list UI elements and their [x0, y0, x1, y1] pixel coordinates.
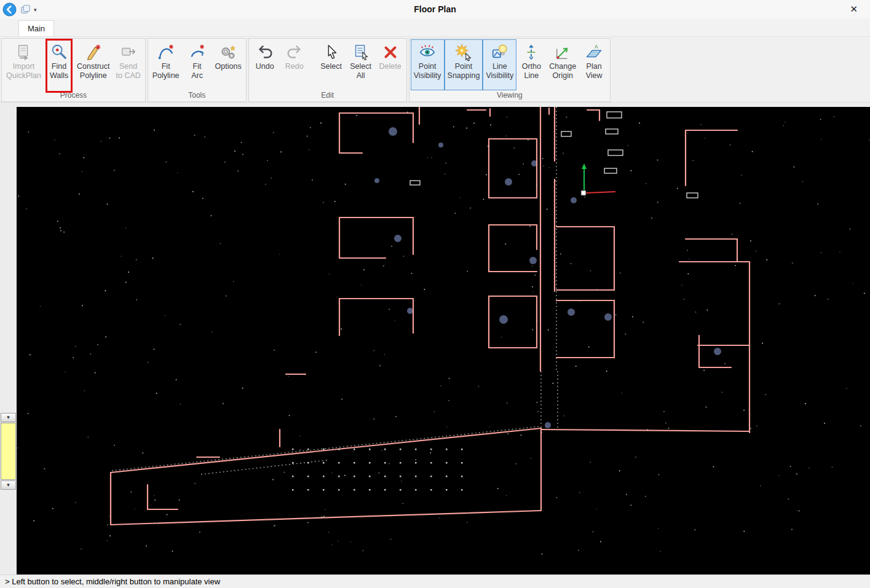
button-label: Construct: [77, 62, 110, 71]
plan-view-icon: A: [584, 42, 604, 62]
delete-icon: [381, 42, 400, 62]
import-quickplan-icon: [14, 42, 33, 62]
ribbon-group-viewing: Point Visibility Point Snapping Line Vis…: [409, 38, 611, 102]
viewport: [17, 103, 870, 574]
button-label: All: [357, 71, 365, 80]
ribbon: Import QuickPlan Find Walls Construct: [0, 37, 870, 103]
close-button[interactable]: ✕: [846, 2, 861, 16]
ortho-line-button[interactable]: Ortho Line: [516, 39, 546, 90]
construct-polyline-icon: [84, 42, 103, 62]
button-label: Snapping: [448, 71, 480, 80]
undo-button[interactable]: Undo: [250, 39, 280, 90]
find-walls-button[interactable]: Find Walls: [44, 39, 74, 90]
status-message: > Left button to select, middle/right bu…: [5, 577, 220, 586]
button-label: Point: [419, 62, 437, 71]
button-label: QuickPlan: [6, 71, 41, 80]
button-label: Delete: [379, 62, 401, 71]
scroll-button-bottom[interactable]: ▼: [1, 480, 16, 490]
line-visibility-icon: [490, 42, 510, 62]
floor-plan-canvas[interactable]: [17, 107, 870, 574]
select-icon: [322, 42, 341, 62]
button-label: Point: [455, 62, 473, 71]
fit-polyline-button[interactable]: Fit Polyline: [149, 39, 183, 90]
button-label: Change: [549, 62, 576, 71]
button-label: Fit: [193, 62, 202, 71]
import-quickplan-button[interactable]: Import QuickPlan: [3, 39, 44, 90]
send-to-cad-button[interactable]: Send to CAD: [113, 39, 143, 90]
change-origin-icon: [553, 42, 572, 62]
button-label: Select: [320, 62, 342, 71]
button-label: Ortho: [522, 62, 541, 71]
point-visibility-button[interactable]: Point Visibility: [411, 39, 445, 90]
button-label: Polyline: [152, 71, 180, 80]
fit-polyline-icon: [156, 42, 176, 62]
select-button[interactable]: Select: [317, 39, 346, 90]
quick-access-dropdown-icon[interactable]: ▾: [34, 6, 37, 13]
button-label: Import: [13, 62, 34, 71]
ribbon-group-label: Edit: [249, 91, 406, 101]
ribbon-group-edit: Undo Redo Select: [248, 38, 407, 102]
ribbon-group-tools: Fit Polyline Fit Arc Options: [148, 38, 247, 102]
construct-polyline-button[interactable]: Construct Polyline: [74, 39, 113, 90]
button-label: Arc: [191, 71, 203, 80]
ribbon-group-label: Tools: [148, 91, 246, 101]
point-snapping-icon: [454, 42, 473, 62]
point-snapping-button[interactable]: Point Snapping: [445, 39, 483, 90]
fit-arc-button[interactable]: Fit Arc: [183, 39, 212, 90]
button-label: Fit: [162, 62, 170, 71]
change-origin-button[interactable]: Change Origin: [546, 39, 579, 90]
app-window: ▾ Floor Plan ✕ Main Import QuickPlan: [0, 0, 870, 588]
scroll-button-top[interactable]: ▼: [1, 413, 16, 422]
left-panel: ▼ ▼: [0, 103, 17, 574]
button-label: Walls: [50, 71, 68, 80]
button-label: Find: [52, 62, 66, 71]
options-button[interactable]: Options: [212, 39, 245, 90]
back-button[interactable]: [2, 2, 17, 17]
plan-view-button[interactable]: A Plan View: [579, 39, 609, 90]
button-label: View: [586, 71, 603, 80]
button-label: Line: [492, 62, 507, 71]
options-icon: [218, 42, 238, 62]
undo-icon: [255, 42, 275, 62]
button-label: Select: [350, 62, 371, 71]
button-label: Options: [215, 62, 242, 71]
button-label: Plan: [587, 62, 602, 71]
send-to-cad-icon: [119, 42, 138, 62]
ortho-line-icon: [521, 42, 541, 62]
color-swatch[interactable]: [1, 423, 16, 480]
point-visibility-icon: [417, 42, 437, 62]
select-all-icon: [351, 42, 371, 62]
ribbon-group-label: Viewing: [409, 91, 610, 101]
find-walls-icon: [49, 42, 69, 62]
delete-button[interactable]: Delete: [376, 39, 405, 90]
select-all-button[interactable]: Select All: [346, 39, 376, 90]
layers-icon[interactable]: [20, 4, 31, 15]
window-title: Floor Plan: [414, 4, 456, 14]
ribbon-group-process: Import QuickPlan Find Walls Construct: [1, 38, 146, 102]
line-visibility-button[interactable]: Line Visibility: [483, 39, 516, 90]
redo-button[interactable]: Redo: [280, 39, 309, 90]
button-label: Undo: [256, 62, 274, 71]
fit-arc-icon: [188, 42, 207, 62]
titlebar: ▾ Floor Plan ✕: [0, 0, 870, 18]
button-label: Line: [524, 71, 539, 80]
button-label: Send: [119, 62, 137, 71]
button-label: Polyline: [80, 71, 107, 80]
button-label: Redo: [285, 62, 304, 71]
button-label: to CAD: [116, 71, 140, 80]
tab-bar: Main: [0, 18, 870, 37]
button-label: Visibility: [414, 71, 441, 80]
status-bar: > Left button to select, middle/right bu…: [0, 574, 870, 588]
tab-main[interactable]: Main: [18, 20, 54, 36]
svg-text:A: A: [595, 44, 598, 50]
button-label: Visibility: [486, 71, 513, 80]
button-label: Origin: [553, 71, 573, 80]
redo-icon: [285, 42, 304, 62]
ribbon-group-label: Process: [2, 91, 145, 101]
